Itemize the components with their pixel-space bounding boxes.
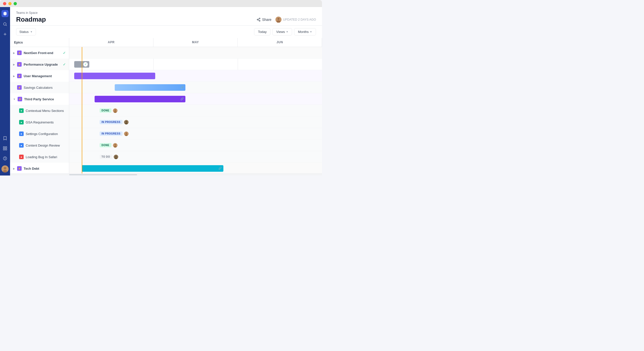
chart-row-savings-calculators: 🔗 xyxy=(69,82,322,93)
chart-row-user-management xyxy=(69,70,322,82)
label-third-party-service: Third Party Service xyxy=(24,97,66,101)
check-performance-upgrade: ✓ xyxy=(63,62,66,66)
views-button[interactable]: Views ▼ xyxy=(272,28,292,35)
row-label-gsa-requirements[interactable]: ■ GSA Requirements xyxy=(10,116,69,128)
status-filter-chevron: ▼ xyxy=(30,30,33,33)
svg-point-19 xyxy=(277,18,279,20)
sidebar xyxy=(0,7,10,176)
views-label: Views xyxy=(276,30,285,34)
icon-content-design-review: ■ xyxy=(19,143,24,148)
row-label-third-party-service[interactable]: ▼ ⚡ Third Party Service xyxy=(10,93,69,105)
sidebar-add-icon[interactable] xyxy=(2,31,8,37)
row-label-nextgen-frontend[interactable]: ▶ ⚡ NextGen Front-end ✓ xyxy=(10,47,69,59)
app-container: Teams in Space Roadmap Share UPDATED 2 D… xyxy=(0,7,322,176)
months-label: Months xyxy=(298,30,309,34)
icon-third-party-service: ⚡ xyxy=(18,97,22,101)
label-contextual-menu: Contextual Menu Sections xyxy=(26,109,66,113)
status-filter-label: Status xyxy=(19,30,29,34)
svg-point-9 xyxy=(5,159,5,159)
svg-point-22 xyxy=(114,109,116,111)
gantt-header: Epics APR MAY JUN xyxy=(10,38,322,47)
row-label-loading-bug[interactable]: ■ Loading Bug In Safari xyxy=(10,151,69,163)
expand-nextgen-frontend[interactable]: ▶ xyxy=(13,52,15,54)
icon-nextgen-frontend: ⚡ xyxy=(17,51,22,55)
expand-performance-upgrade[interactable]: ▶ xyxy=(13,63,15,66)
month-apr: APR xyxy=(69,38,153,47)
main-content: Teams in Space Roadmap Share UPDATED 2 D… xyxy=(10,7,322,176)
close-btn[interactable] xyxy=(3,2,6,5)
app-logo[interactable] xyxy=(2,10,9,17)
bar-tech-debt[interactable]: 🔗 xyxy=(82,165,223,172)
sidebar-help-icon[interactable] xyxy=(2,155,8,161)
bar-third-party-service[interactable]: 🔗 xyxy=(95,96,186,102)
horizontal-scrollbar[interactable] xyxy=(10,173,322,176)
label-loading-bug: Loading Bug In Safari xyxy=(26,155,66,159)
link-icon-tech-debt: 🔗 xyxy=(218,167,222,170)
user-avatar-sidebar[interactable] xyxy=(2,165,9,172)
icon-performance-upgrade: ⚡ xyxy=(17,62,22,67)
svg-rect-5 xyxy=(6,147,7,148)
header-actions: Share UPDATED 2 DAYS AGO xyxy=(257,17,316,23)
expand-user-management[interactable]: ▶ xyxy=(13,75,15,77)
chart-row-settings-configuration: IN PROGRESS xyxy=(69,128,322,140)
epics-column-header: Epics xyxy=(10,38,69,47)
chart-row-nextgen-frontend xyxy=(69,47,322,59)
months-button[interactable]: Months ▼ xyxy=(294,28,316,35)
svg-line-16 xyxy=(258,20,259,21)
link-icon-savings: 🔗 xyxy=(180,86,184,89)
expand-third-party-service[interactable]: ▼ xyxy=(13,98,16,101)
row-label-settings-configuration[interactable]: ■ Settings Configuration xyxy=(10,128,69,140)
icon-contextual-menu: ■ xyxy=(19,108,24,113)
updater-avatar xyxy=(275,17,281,23)
sidebar-search-icon[interactable] xyxy=(2,21,8,27)
svg-rect-6 xyxy=(3,149,5,150)
row-label-tech-debt[interactable]: ▶ ⚡ Tech Debt xyxy=(10,163,69,173)
svg-line-1 xyxy=(6,25,7,26)
status-area-settings: IN PROGRESS xyxy=(100,131,129,136)
icon-savings-calculators: ⚡ xyxy=(17,85,22,90)
chart-row-gsa-requirements: IN PROGRESS xyxy=(69,116,322,128)
svg-line-17 xyxy=(258,19,259,19)
gantt-toolbar: Status ▼ Today Views ▼ Months ▼ xyxy=(10,26,322,38)
svg-point-28 xyxy=(126,133,127,134)
chart-row-contextual-menu: DONE xyxy=(69,105,322,116)
today-button[interactable]: Today xyxy=(254,28,270,35)
label-performance-upgrade: Performance Upgrade xyxy=(24,63,61,66)
epics-column: ▶ ⚡ NextGen Front-end ✓ ▶ ⚡ Performance … xyxy=(10,47,69,173)
badge-settings-inprogress: IN PROGRESS xyxy=(100,131,123,136)
row-label-user-management[interactable]: ▶ ⚡ User Management xyxy=(10,70,69,82)
sidebar-bookmark-icon[interactable] xyxy=(2,135,8,141)
bar-savings-calculators[interactable]: 🔗 xyxy=(115,84,185,91)
svg-point-0 xyxy=(4,23,6,25)
row-label-contextual-menu[interactable]: ■ Contextual Menu Sections xyxy=(10,105,69,116)
page-title: Roadmap xyxy=(16,16,46,23)
expand-tech-debt[interactable]: ▶ xyxy=(13,167,15,170)
updated-label: UPDATED 2 DAYS AGO xyxy=(283,18,316,21)
avatar-contextual xyxy=(113,108,117,113)
row-label-content-design-review[interactable]: ■ Content Design Review xyxy=(10,140,69,151)
month-jun: JUN xyxy=(238,38,322,47)
svg-point-15 xyxy=(259,20,260,21)
status-filter-button[interactable]: Status ▼ xyxy=(16,28,36,35)
scrollbar-thumb xyxy=(69,174,137,175)
sidebar-grid-icon[interactable] xyxy=(2,145,8,151)
maximize-btn[interactable] xyxy=(14,2,17,5)
svg-point-34 xyxy=(115,156,117,157)
icon-settings-configuration: ■ xyxy=(19,131,24,136)
link-icon-third-party: 🔗 xyxy=(180,97,184,101)
share-button[interactable]: Share xyxy=(257,18,271,22)
breadcrumb: Teams in Space xyxy=(16,11,316,15)
logo-icon xyxy=(3,11,7,16)
icon-gsa-requirements: ■ xyxy=(19,120,24,124)
window-chrome xyxy=(0,0,322,7)
row-label-performance-upgrade[interactable]: ▶ ⚡ Performance Upgrade ✓ xyxy=(10,59,69,70)
bar-user-management[interactable] xyxy=(74,73,155,79)
label-tech-debt: Tech Debt xyxy=(24,167,66,170)
minimize-btn[interactable] xyxy=(8,2,12,5)
avatar-gsa xyxy=(124,120,129,124)
updated-timestamp: UPDATED 2 DAYS AGO xyxy=(275,17,316,23)
status-area-content-review: DONE xyxy=(100,143,117,148)
row-label-savings-calculators[interactable]: ⚡ Savings Calculators xyxy=(10,82,69,93)
status-area-contextual: DONE xyxy=(100,108,117,113)
chart-row-tech-debt: 🔗 xyxy=(69,163,322,173)
